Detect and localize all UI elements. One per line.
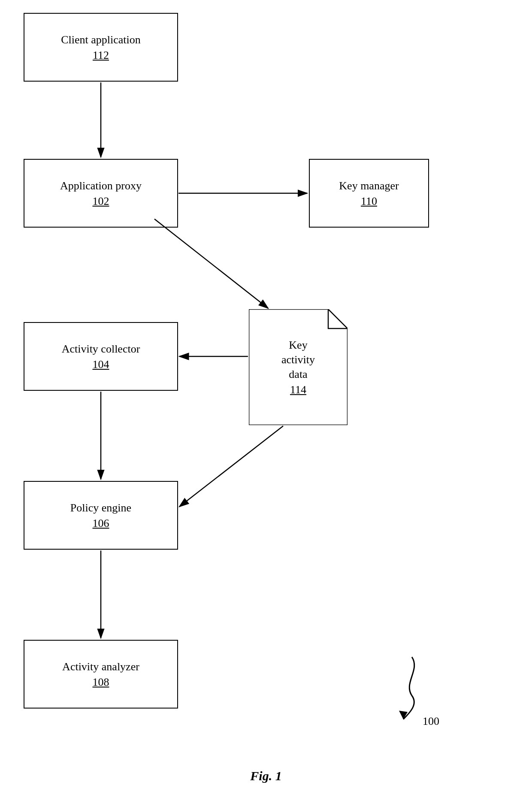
- activity-collector-label: Activity collector: [62, 342, 140, 356]
- activity-analyzer-box: Activity analyzer 108: [24, 640, 178, 709]
- application-proxy-id: 102: [93, 195, 109, 208]
- doc-text-container: Key activity data 114: [249, 309, 348, 425]
- reference-curly-arrow: [403, 657, 414, 719]
- application-proxy-label: Application proxy: [60, 179, 142, 193]
- arrow-proxy-to-keydoc: [154, 219, 268, 308]
- client-application-box: Client application 112: [24, 13, 178, 82]
- activity-analyzer-label: Activity analyzer: [62, 660, 139, 674]
- diagram: Client application 112 Application proxy…: [0, 0, 532, 806]
- policy-engine-box: Policy engine 106: [24, 481, 178, 550]
- key-activity-data-doc: Key activity data 114: [249, 309, 348, 425]
- activity-collector-box: Activity collector 104: [24, 322, 178, 391]
- key-manager-label: Key manager: [339, 179, 399, 193]
- key-manager-id: 110: [361, 195, 377, 208]
- key-activity-data-label1: Key: [289, 338, 307, 353]
- activity-analyzer-id: 108: [93, 676, 109, 689]
- key-activity-data-label2: activity: [281, 353, 315, 367]
- client-application-id: 112: [93, 49, 109, 62]
- policy-engine-label: Policy engine: [70, 501, 131, 515]
- reference-number: 100: [423, 715, 439, 728]
- arrow-keydoc-to-policy: [179, 426, 283, 507]
- policy-engine-id: 106: [93, 517, 109, 530]
- client-application-label: Client application: [61, 33, 141, 47]
- application-proxy-box: Application proxy 102: [24, 159, 178, 228]
- key-activity-data-id: 114: [290, 383, 306, 396]
- key-activity-data-label3: data: [289, 367, 307, 382]
- reference-curly-arrowhead: [399, 711, 408, 719]
- activity-collector-id: 104: [93, 358, 109, 371]
- key-manager-box: Key manager 110: [309, 159, 429, 228]
- figure-label: Fig. 1: [0, 769, 532, 783]
